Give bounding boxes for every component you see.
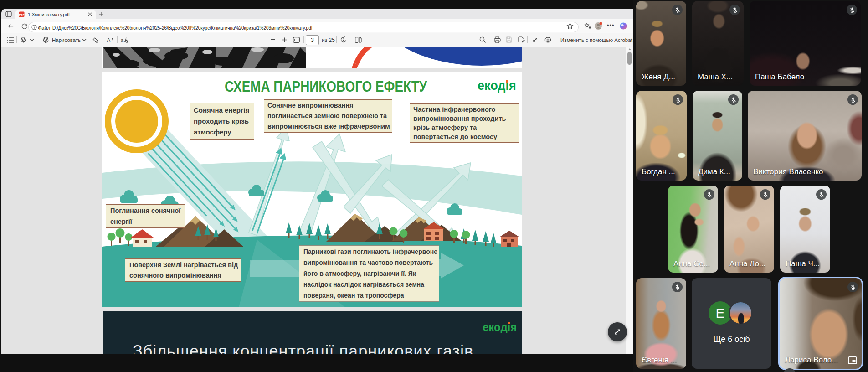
svg-text:PDF: PDF — [19, 14, 25, 16]
svg-text:a: a — [121, 37, 124, 43]
svg-text:A: A — [107, 37, 111, 44]
